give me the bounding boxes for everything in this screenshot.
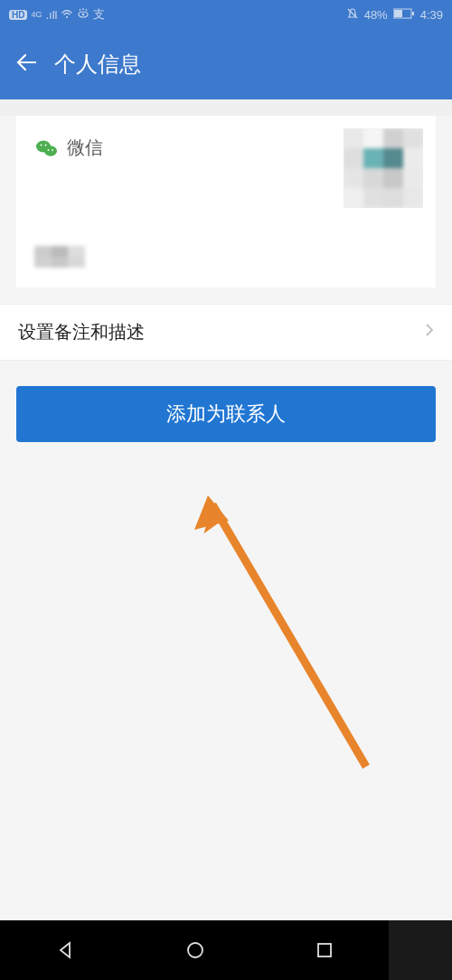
svg-marker-12 (199, 502, 231, 542)
svg-point-9 (45, 144, 47, 146)
nav-recent-icon[interactable] (315, 941, 334, 959)
nav-home-icon[interactable] (185, 940, 205, 960)
svg-marker-13 (194, 495, 229, 530)
add-contact-button[interactable]: 添加为联系人 (16, 386, 436, 442)
source-label: 微信 (67, 136, 103, 160)
svg-rect-4 (394, 10, 402, 17)
svg-rect-5 (412, 12, 414, 15)
page-title: 个人信息 (54, 50, 141, 79)
time: 4:39 (420, 8, 443, 22)
content-area: 微信 设置备注和描述 添加为联系人 (0, 116, 452, 937)
svg-rect-15 (318, 944, 331, 956)
contact-name-blurred (34, 246, 85, 268)
status-right: 48% 4:39 (346, 7, 443, 23)
eye-icon (77, 8, 89, 22)
system-nav-bar (0, 920, 389, 980)
wechat-icon (36, 139, 58, 157)
battery-icon (393, 8, 415, 22)
alipay-icon: 支 (93, 6, 105, 23)
battery-pct: 48% (364, 8, 388, 22)
remark-label: 设置备注和描述 (18, 320, 145, 344)
svg-point-10 (48, 149, 50, 151)
wifi-icon (61, 8, 73, 22)
status-left: HD 4G .ıll 支 (9, 6, 105, 23)
annotation-arrow-icon (194, 477, 375, 776)
network-indicator: 4G (31, 10, 42, 19)
chevron-right-icon (425, 323, 434, 342)
remark-row[interactable]: 设置备注和描述 (0, 304, 452, 361)
signal-icon: .ıll (45, 8, 57, 22)
svg-point-11 (52, 149, 53, 151)
svg-point-14 (188, 943, 202, 957)
nav-remainder (389, 920, 452, 980)
svg-point-7 (44, 146, 57, 156)
svg-point-8 (41, 144, 42, 146)
hd-badge: HD (9, 10, 27, 20)
mute-icon (346, 7, 359, 23)
status-bar: HD 4G .ıll 支 48% 4:39 (0, 0, 452, 29)
profile-card: 微信 (16, 116, 436, 287)
avatar[interactable] (344, 128, 423, 208)
nav-back-icon[interactable] (55, 940, 75, 960)
svg-point-2 (82, 13, 85, 15)
app-header: 个人信息 (0, 29, 452, 99)
svg-point-0 (66, 16, 68, 18)
back-arrow-icon[interactable] (16, 52, 36, 77)
add-contact-label: 添加为联系人 (166, 400, 286, 428)
